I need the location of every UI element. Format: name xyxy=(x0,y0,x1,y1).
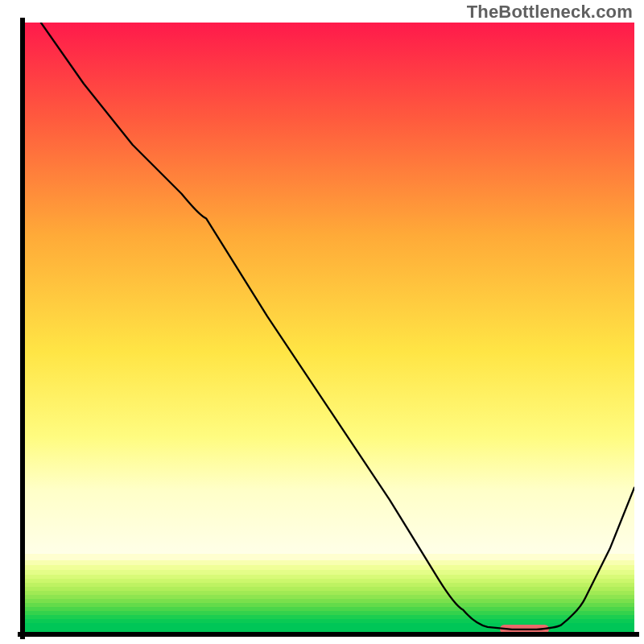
svg-rect-7 xyxy=(23,583,634,587)
svg-rect-16 xyxy=(23,619,634,623)
svg-rect-11 xyxy=(23,599,634,603)
chart-root: TheBottleneck.com xyxy=(0,0,644,644)
gradient-backdrop xyxy=(23,23,634,554)
svg-rect-9 xyxy=(23,591,634,595)
svg-rect-1 xyxy=(23,554,634,560)
svg-rect-15 xyxy=(23,615,634,619)
svg-rect-13 xyxy=(23,607,634,611)
svg-rect-4 xyxy=(23,570,634,575)
svg-rect-6 xyxy=(23,579,634,583)
lower-stripes xyxy=(23,554,634,634)
svg-rect-2 xyxy=(23,560,634,565)
svg-rect-10 xyxy=(23,595,634,599)
svg-rect-12 xyxy=(23,603,634,607)
chart-svg xyxy=(0,0,644,644)
svg-rect-14 xyxy=(23,611,634,615)
svg-rect-3 xyxy=(23,565,634,570)
svg-rect-8 xyxy=(23,587,634,591)
svg-rect-5 xyxy=(23,575,634,579)
watermark-text: TheBottleneck.com xyxy=(467,2,633,23)
